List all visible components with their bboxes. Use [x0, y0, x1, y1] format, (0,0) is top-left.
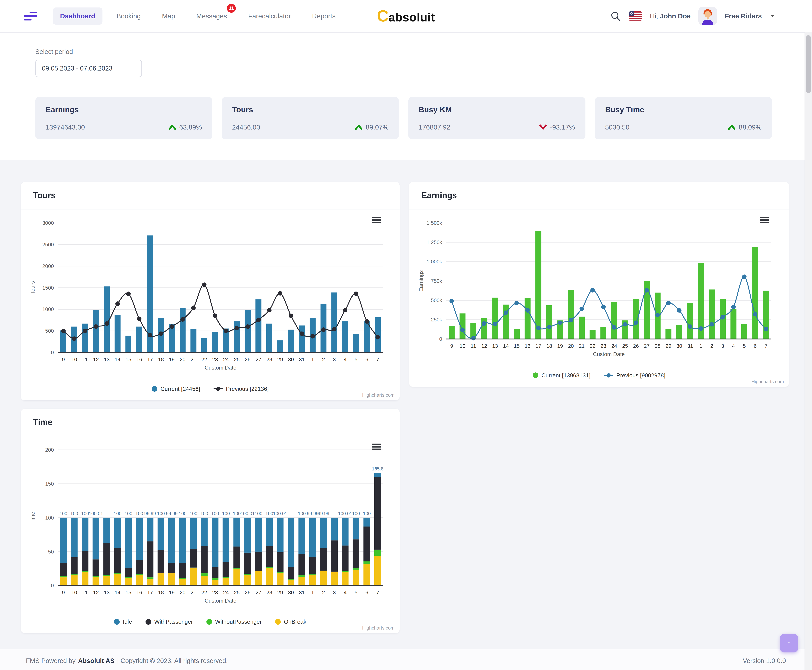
svg-text:25: 25 [234, 590, 240, 596]
page-scrollbar[interactable] [805, 32, 812, 670]
svg-text:17: 17 [535, 343, 541, 349]
tours-chart: 050010001500200025003000Tours91011121314… [21, 210, 400, 382]
nav-item-label: Map [162, 12, 175, 20]
period-input[interactable] [35, 60, 142, 77]
kpi-row: Earnings13974643.0063.89%Tours24456.0089… [35, 97, 772, 139]
svg-text:0: 0 [51, 582, 54, 589]
svg-text:7: 7 [376, 590, 379, 596]
svg-text:500: 500 [45, 328, 54, 334]
footer: FMS Powered by Absoluit AS | Copyright ©… [0, 649, 812, 670]
legend-label: OnBreak [284, 619, 306, 625]
svg-text:13: 13 [104, 357, 110, 362]
scrollbar-thumb[interactable] [806, 35, 811, 93]
highcharts-credit[interactable]: Highcharts.com [362, 393, 395, 398]
highcharts-credit[interactable]: Highcharts.com [751, 379, 784, 384]
legend-item-current-24456[interactable]: Current [24456] [152, 386, 200, 392]
search-icon[interactable] [611, 11, 621, 21]
arrow-up-icon: ↑ [787, 638, 792, 648]
svg-text:27: 27 [256, 357, 261, 362]
nav-item-label: Messages [196, 12, 227, 20]
svg-text:5: 5 [355, 357, 358, 362]
svg-text:18: 18 [158, 357, 164, 362]
svg-text:100: 100 [363, 511, 371, 516]
svg-text:100: 100 [352, 511, 360, 516]
kpi-title: Tours [232, 105, 388, 114]
svg-text:18: 18 [546, 343, 552, 349]
legend-item-idle[interactable]: Idle [114, 619, 132, 625]
svg-text:10: 10 [459, 343, 465, 349]
nav-item-reports[interactable]: Reports [305, 7, 343, 25]
svg-text:22: 22 [590, 343, 595, 349]
time-chart-card: Time 050100150200Time100100100100.011001… [21, 409, 400, 633]
svg-text:16: 16 [137, 590, 142, 596]
svg-text:22: 22 [201, 357, 207, 362]
scroll-to-top-button[interactable]: ↑ [780, 634, 798, 653]
svg-text:21: 21 [579, 343, 584, 349]
legend-label: WithPassenger [154, 619, 193, 625]
svg-text:2: 2 [322, 357, 325, 362]
svg-text:7: 7 [765, 343, 768, 349]
nav-item-label: Reports [312, 12, 336, 20]
chart-context-menu-icon[interactable] [760, 217, 769, 223]
menu-toggle-icon[interactable] [24, 12, 37, 20]
svg-text:1: 1 [311, 357, 314, 362]
period-label: Select period [35, 48, 772, 56]
avatar[interactable] [698, 7, 717, 25]
svg-text:10: 10 [71, 357, 77, 362]
nav-item-farecalculator[interactable]: Farecalculator [241, 7, 298, 25]
svg-text:4: 4 [344, 590, 347, 596]
svg-text:750k: 750k [431, 278, 442, 284]
svg-text:3000: 3000 [42, 220, 54, 226]
nav-item-map[interactable]: Map [155, 7, 182, 25]
svg-text:1500: 1500 [42, 285, 54, 291]
svg-text:15: 15 [514, 343, 520, 349]
chart-context-menu-icon[interactable] [372, 217, 381, 223]
svg-text:24: 24 [223, 357, 229, 362]
nav-item-messages[interactable]: Messages11 [189, 7, 234, 25]
svg-text:3: 3 [721, 343, 724, 349]
svg-text:100.01: 100.01 [273, 511, 287, 516]
kpi-title: Busy Time [605, 105, 761, 114]
svg-text:20: 20 [180, 357, 186, 362]
svg-text:100.01: 100.01 [89, 511, 103, 516]
language-flag-us[interactable] [629, 11, 642, 21]
legend-item-withoutpassenger[interactable]: WithoutPassenger [206, 619, 262, 625]
chart-svg-tours: 050010001500200025003000Tours91011121314… [28, 215, 386, 379]
highcharts-credit[interactable]: Highcharts.com [362, 625, 395, 631]
footer-rights-text: | Copyright © 2023. All rights reserved. [117, 657, 228, 665]
nav-item-dashboard[interactable]: Dashboard [53, 7, 103, 25]
legend-item-current-13968131[interactable]: Current [13968131] [533, 372, 591, 379]
svg-text:100: 100 [157, 511, 165, 516]
svg-text:100: 100 [189, 511, 198, 516]
kpi-change: 88.09% [728, 124, 761, 131]
svg-text:20: 20 [180, 590, 186, 596]
kpi-card-earnings: Earnings13974643.0063.89% [35, 97, 213, 139]
summary-section: Select period Earnings13974643.0063.89%T… [0, 33, 812, 160]
svg-text:30: 30 [676, 343, 682, 349]
svg-text:1 000k: 1 000k [427, 259, 442, 265]
svg-text:26: 26 [245, 357, 250, 362]
svg-text:6: 6 [365, 590, 368, 596]
avatar-image [698, 7, 717, 25]
svg-text:11: 11 [82, 590, 88, 596]
nav-item-booking[interactable]: Booking [109, 7, 148, 25]
legend-item-withpassenger[interactable]: WithPassenger [145, 619, 193, 625]
kpi-change: 63.89% [169, 124, 202, 131]
svg-text:5: 5 [355, 590, 358, 596]
svg-text:500k: 500k [431, 298, 442, 303]
chart-context-menu-icon[interactable] [372, 443, 381, 450]
svg-text:9: 9 [62, 357, 65, 362]
y-axis-title: Time [30, 512, 36, 524]
legend-item-previous-22136[interactable]: Previous [22136] [214, 386, 269, 392]
svg-text:12: 12 [481, 343, 487, 349]
kpi-card-busy-time: Busy Time5030.5088.09% [595, 97, 772, 139]
account-name[interactable]: Free Riders [725, 12, 762, 20]
legend-item-previous-9002978[interactable]: Previous [9002978] [604, 372, 665, 379]
svg-text:24: 24 [611, 343, 617, 349]
legend-item-onbreak[interactable]: OnBreak [275, 619, 306, 625]
kpi-change: 89.07% [355, 124, 388, 131]
chevron-down-icon[interactable] [771, 15, 775, 17]
svg-text:100: 100 [211, 511, 219, 516]
footer-copyright: FMS Powered by Absoluit AS | Copyright ©… [26, 657, 228, 665]
svg-text:200: 200 [45, 447, 54, 453]
